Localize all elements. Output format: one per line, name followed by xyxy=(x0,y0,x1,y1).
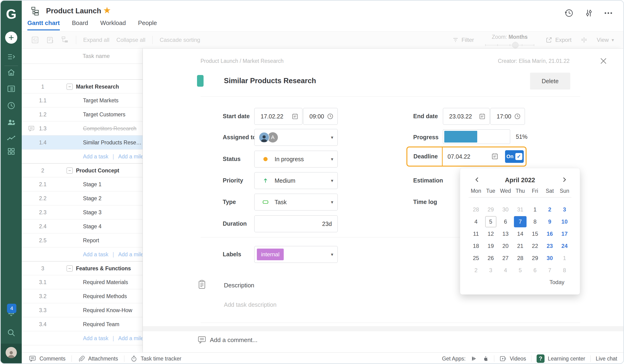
calendar-day[interactable]: 14 xyxy=(517,231,523,237)
expand-all-button[interactable]: Expand all xyxy=(83,37,109,43)
baseline-compare-icon[interactable] xyxy=(580,36,588,44)
calendar-icon[interactable] xyxy=(491,153,498,160)
tab-board[interactable]: Board xyxy=(72,19,88,30)
calendar-day[interactable]: 20 xyxy=(502,243,509,249)
calendar-day[interactable]: 5 xyxy=(485,216,496,227)
history-icon[interactable] xyxy=(564,8,574,18)
calendar-day[interactable]: 16 xyxy=(547,231,553,237)
learning-center-button[interactable]: ? Learning center xyxy=(537,354,585,363)
task-name[interactable]: Competitors Research xyxy=(83,122,136,135)
task-row[interactable]: 3.1Required Materials xyxy=(22,275,143,289)
task-row[interactable]: 2.4Stage 4 xyxy=(22,219,143,234)
end-date-field[interactable]: 23.03.22 xyxy=(443,108,490,125)
calendar-day[interactable]: 18 xyxy=(473,243,479,249)
task-color-swatch[interactable] xyxy=(197,75,204,87)
hierarchy-icon[interactable] xyxy=(61,36,69,44)
export-button[interactable]: Export xyxy=(546,36,572,43)
calendar-day[interactable]: 4 xyxy=(474,218,477,225)
notification-badge[interactable]: 4 xyxy=(7,304,16,313)
calendar-day[interactable]: 22 xyxy=(532,243,538,249)
task-name[interactable]: Market Research xyxy=(76,80,119,94)
attachments-button[interactable]: Attachments xyxy=(78,355,118,362)
home-icon[interactable] xyxy=(1,68,22,77)
labels-select[interactable]: internal ▾ xyxy=(254,246,338,263)
task-row[interactable]: 2.1Stage 1 xyxy=(22,177,143,191)
task-name[interactable]: Required Team xyxy=(83,317,119,331)
calendar-day[interactable]: 12 xyxy=(488,231,494,237)
user-avatar[interactable] xyxy=(6,347,17,358)
apps-grid-icon[interactable] xyxy=(1,147,22,156)
calendar-day[interactable]: 31 xyxy=(517,206,523,213)
task-group-row[interactable]: 2−Product Concept xyxy=(22,163,143,177)
clock-icon[interactable] xyxy=(514,113,521,120)
clipboard-alert-icon[interactable] xyxy=(46,36,54,44)
calendar-icon[interactable] xyxy=(291,113,298,120)
calendar-day[interactable]: 4 xyxy=(504,267,507,274)
task-row[interactable]: 3.3Required Know-How xyxy=(22,303,143,317)
calendar-day[interactable]: 7 xyxy=(548,267,551,274)
add-task-link[interactable]: Add a task xyxy=(83,251,108,258)
search-icon[interactable] xyxy=(1,328,22,337)
next-month-button[interactable] xyxy=(561,176,568,183)
task-name[interactable]: Target Customers xyxy=(83,107,126,122)
progress-bar[interactable] xyxy=(443,130,510,144)
calendar-day[interactable]: 19 xyxy=(488,243,494,249)
tab-workload[interactable]: Workload xyxy=(100,19,126,30)
calendar-day[interactable]: 24 xyxy=(561,243,568,249)
calendar-day[interactable]: 3 xyxy=(563,206,566,213)
add-task-link[interactable]: Add a task xyxy=(83,335,108,341)
calendar-day[interactable]: 3 xyxy=(489,267,492,274)
create-new-button[interactable] xyxy=(5,31,17,44)
calendar-day[interactable]: 23 xyxy=(547,243,553,249)
task-name[interactable]: Required Methods xyxy=(83,289,127,303)
calendar-day[interactable]: 30 xyxy=(502,206,509,213)
type-select[interactable]: Task ▾ xyxy=(254,194,338,210)
calendar-day[interactable]: 25 xyxy=(473,255,479,261)
start-time-field[interactable]: 09:00 xyxy=(303,108,338,125)
calendar-day[interactable]: 1 xyxy=(563,255,566,261)
task-group-row[interactable]: 3−Features & Functions xyxy=(22,261,143,275)
calendar-day[interactable]: 28 xyxy=(517,255,523,261)
deadline-toggle[interactable]: On ✓ xyxy=(505,150,524,163)
team-icon[interactable] xyxy=(1,118,22,126)
assigned-to-field[interactable]: A ▾ xyxy=(254,129,338,146)
task-name[interactable]: Stage 1 xyxy=(83,177,102,191)
expand-menu-icon[interactable] xyxy=(1,52,22,61)
calendar-day[interactable]: 6 xyxy=(504,218,507,225)
calendar-day[interactable]: 7 xyxy=(514,216,526,227)
task-row[interactable]: 3.4Required Team xyxy=(22,317,143,331)
add-links-row[interactable]: Add a task|Add a miles xyxy=(22,150,143,163)
task-row[interactable]: 1.3Competitors Research xyxy=(22,122,143,135)
task-name[interactable]: Required Materials xyxy=(83,275,128,289)
task-name[interactable]: Features & Functions xyxy=(76,261,131,275)
time-icon[interactable] xyxy=(1,101,22,110)
calendar-day[interactable]: 2 xyxy=(474,267,477,274)
deadline-date-field[interactable]: 07.04.22 xyxy=(447,153,470,160)
task-name[interactable]: Required Know-How xyxy=(83,303,132,317)
add-milestone-link[interactable]: Add a miles xyxy=(118,251,143,258)
calendar-day[interactable]: 29 xyxy=(488,206,494,213)
more-options-icon[interactable] xyxy=(604,8,613,18)
task-row[interactable]: 2.3Stage 3 xyxy=(22,205,143,219)
task-row[interactable]: 2.5Report xyxy=(22,234,143,247)
cascade-sorting-button[interactable]: Cascade sorting xyxy=(160,37,200,43)
calendar-day[interactable]: 2 xyxy=(548,206,551,213)
tab-people[interactable]: People xyxy=(138,19,157,30)
add-comment-input[interactable]: Add a comment... xyxy=(210,337,258,344)
videos-button[interactable]: Videos xyxy=(499,355,526,362)
task-name[interactable]: Stage 3 xyxy=(83,205,102,219)
add-links-row[interactable]: Add a task|Add a miles xyxy=(22,247,143,261)
calendar-day[interactable]: 10 xyxy=(561,218,568,225)
google-play-icon[interactable] xyxy=(471,355,477,362)
close-icon[interactable] xyxy=(599,56,608,65)
calendar-day[interactable]: 28 xyxy=(473,206,479,213)
collapse-toggle-icon[interactable]: − xyxy=(67,168,73,174)
favorite-star-icon[interactable]: ★ xyxy=(103,6,111,15)
calendar-day[interactable]: 9 xyxy=(548,218,551,225)
app-logo[interactable]: G xyxy=(1,1,22,27)
calendar-day[interactable]: 6 xyxy=(533,267,536,274)
projects-list-icon[interactable] xyxy=(1,85,22,93)
view-button[interactable]: View ▾ xyxy=(597,37,614,43)
calendar-day[interactable]: 26 xyxy=(488,255,494,261)
task-row[interactable]: 3.2Required Methods xyxy=(22,289,143,303)
